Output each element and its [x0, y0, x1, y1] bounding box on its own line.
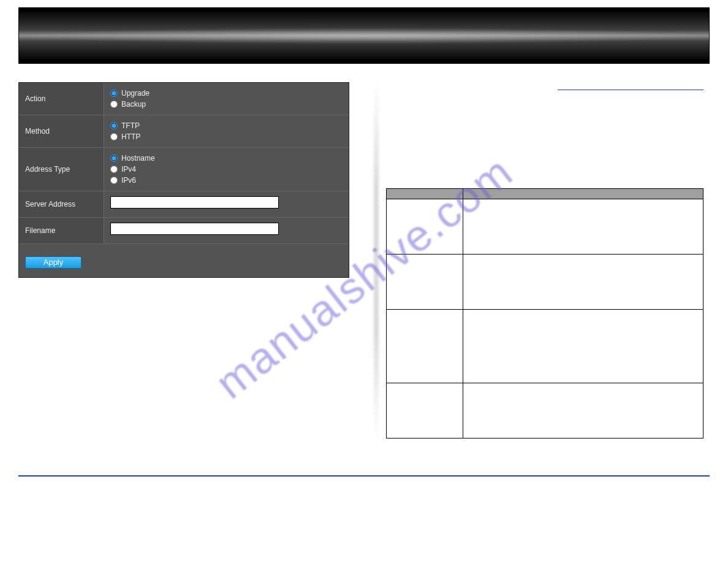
row-server-address: Server Address [19, 191, 349, 218]
radio-addrtype-hostname-label: Hostname [121, 153, 155, 164]
label-action: Action [19, 83, 104, 115]
table-row [387, 255, 703, 310]
radio-action-upgrade-input[interactable] [110, 90, 118, 97]
radio-addrtype-hostname[interactable]: Hostname [110, 153, 343, 164]
row-address-type: Address Type Hostname IPv4 IPv6 [19, 148, 349, 191]
radio-method-tftp-input[interactable] [110, 122, 118, 129]
config-panel: Action Upgrade Backup Method [18, 82, 349, 278]
table-cell-field [387, 199, 463, 255]
label-method: Method [19, 115, 104, 147]
table-cell-field [387, 383, 463, 439]
radio-method-tftp-label: TFTP [121, 120, 140, 131]
radio-addrtype-ipv6-label: IPv6 [121, 175, 136, 186]
radio-addrtype-hostname-input[interactable] [110, 155, 118, 162]
radio-action-backup-label: Backup [121, 99, 146, 110]
server-address-input[interactable] [110, 196, 279, 209]
table-cell-field [387, 310, 463, 383]
page-banner [18, 7, 710, 64]
table-cell-field [387, 255, 463, 310]
label-filename: Filename [19, 218, 104, 243]
footer-rule [18, 475, 710, 477]
label-server-address: Server Address [19, 191, 104, 217]
radio-action-backup-input[interactable] [110, 101, 118, 108]
table-row [387, 310, 703, 383]
radio-addrtype-ipv6-input[interactable] [110, 177, 118, 184]
table-cell-desc [463, 310, 703, 383]
radio-addrtype-ipv4-label: IPv4 [121, 164, 136, 175]
radio-addrtype-ipv4[interactable]: IPv4 [110, 164, 343, 175]
apply-button[interactable]: Apply [25, 256, 82, 269]
apply-row: Apply [19, 244, 349, 277]
table-cell-desc [463, 199, 703, 255]
header-link[interactable] [558, 86, 703, 90]
table-row [387, 383, 703, 439]
radio-method-http[interactable]: HTTP [110, 131, 343, 142]
radio-action-upgrade-label: Upgrade [121, 88, 150, 99]
radio-action-backup[interactable]: Backup [110, 99, 343, 110]
row-filename: Filename [19, 218, 349, 244]
filename-input[interactable] [110, 223, 279, 235]
table-header-field [387, 189, 463, 199]
table-cell-desc [463, 383, 703, 439]
description-table [386, 188, 703, 439]
label-address-type: Address Type [19, 148, 104, 191]
row-method: Method TFTP HTTP [19, 115, 349, 148]
column-divider [374, 82, 379, 439]
radio-addrtype-ipv6[interactable]: IPv6 [110, 175, 343, 186]
table-row [387, 199, 703, 255]
row-action: Action Upgrade Backup [19, 83, 349, 115]
radio-method-http-label: HTTP [121, 131, 140, 142]
radio-action-upgrade[interactable]: Upgrade [110, 88, 343, 99]
radio-method-tftp[interactable]: TFTP [110, 120, 343, 131]
table-cell-desc [463, 255, 703, 310]
table-header-desc [463, 189, 703, 199]
radio-method-http-input[interactable] [110, 133, 118, 140]
radio-addrtype-ipv4-input[interactable] [110, 166, 118, 173]
